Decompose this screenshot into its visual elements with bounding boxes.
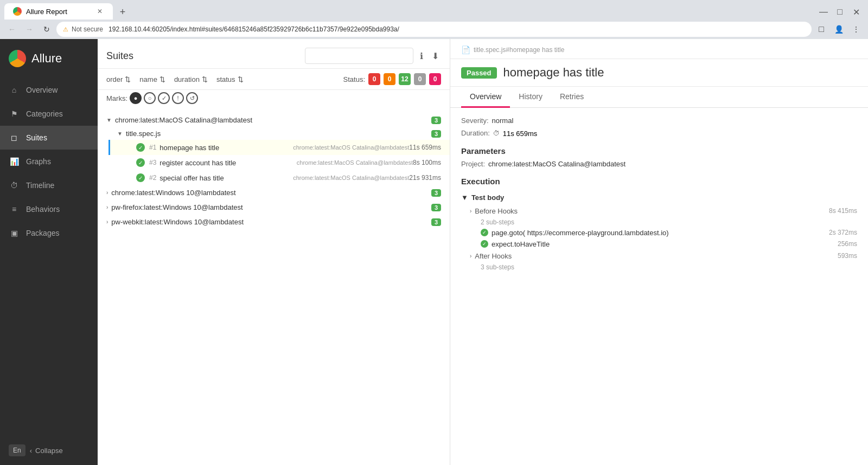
tab-history[interactable]: History — [510, 87, 551, 108]
sidebar-item-behaviors[interactable]: ≡ Behaviors — [0, 197, 98, 221]
browser-chrome: Allure Report ✕ + — □ ✕ ← → ↻ ⚠ Not secu… — [0, 0, 868, 39]
test-name: special offer has title — [159, 174, 289, 182]
name-filter[interactable]: name ⇅ — [139, 75, 165, 83]
detail-panel: 📄 title.spec.js#homepage has title Passe… — [450, 39, 868, 465]
order-filter[interactable]: order ⇅ — [106, 75, 131, 83]
status-filter-col[interactable]: status ⇅ — [216, 75, 244, 83]
sidebar-navigation: ⌂ Overview ⚑ Categories ◻ Suites 📊 Graph… — [0, 78, 98, 436]
sort-icon: ⇅ — [125, 75, 131, 83]
browser-tab-active[interactable]: Allure Report ✕ — [4, 3, 113, 20]
tab-retries[interactable]: Retries — [551, 87, 592, 108]
mark-icon-2[interactable]: ○ — [144, 92, 156, 104]
step-item-goto: ✓ page.goto( https://ecommerce-playgroun… — [470, 227, 857, 238]
spec-group-title-spec: ▼ title.spec.js 3 ✓ #1 homepage has titl… — [98, 127, 450, 185]
allure-favicon — [13, 7, 22, 16]
suite-group-header-webkit[interactable]: › pw-webkit:latest:Windows 10@lambdatest… — [98, 215, 450, 229]
suite-group-firefox: › pw-firefox:latest:Windows 10@lambdates… — [98, 200, 450, 215]
sidebar-footer: En ‹ Collapse — [0, 436, 98, 465]
chevron-right-icon: › — [106, 190, 108, 196]
test-item-register[interactable]: ✓ #3 register account has title chrome:l… — [108, 155, 450, 170]
tab-overview-label: Overview — [470, 92, 501, 101]
menu-button[interactable]: ⋮ — [848, 22, 864, 37]
sidebar-item-suites[interactable]: ◻ Suites — [0, 126, 98, 150]
test-num: #1 — [149, 144, 156, 151]
status-badge-skipped[interactable]: 0 — [414, 73, 426, 85]
detail-tabs: Overview History Retries — [450, 87, 868, 108]
suite-count-badge: 3 — [431, 204, 441, 211]
step-group: › Before Hooks 8s 415ms 2 sub-steps ✓ pa… — [470, 205, 857, 272]
sidebar-item-timeline[interactable]: ⏱ Timeline — [0, 173, 98, 197]
duration-filter[interactable]: duration ⇅ — [174, 75, 208, 83]
suite-group-name: chrome:latest:Windows 10@lambdatest — [111, 189, 235, 197]
reload-button[interactable]: ↻ — [39, 22, 54, 37]
status-filter-label: Status: — [343, 75, 365, 83]
chevron-down-icon: ▼ — [461, 193, 468, 202]
test-body-label: Test body — [471, 193, 504, 202]
app: Allure ⌂ Overview ⚑ Categories ◻ Suites … — [0, 39, 868, 465]
sidebar-item-categories[interactable]: ⚑ Categories — [0, 102, 98, 126]
mark-icon-3[interactable]: ✓ — [158, 92, 170, 104]
chevron-right-icon: › — [106, 219, 108, 225]
step-item-name: page.goto( https://ecommerce-playground.… — [492, 229, 826, 237]
minimize-button[interactable]: — — [816, 4, 831, 20]
step-item-duration: 2s 372ms — [829, 229, 857, 236]
suite-count-badge: 3 — [431, 117, 441, 124]
sort-icon: ⇅ — [202, 75, 208, 83]
before-hooks-header[interactable]: › Before Hooks 8s 415ms — [470, 205, 857, 217]
test-project: chrome:latest:MacOS Catalina@lambdatest — [293, 144, 409, 151]
flag-icon: ⚑ — [9, 108, 20, 119]
suite-group-webkit: › pw-webkit:latest:Windows 10@lambdatest… — [98, 215, 450, 229]
breadcrumb-text: title.spec.js#homepage has title — [474, 46, 564, 54]
status-badge-failed[interactable]: 0 — [368, 73, 380, 85]
step-pass-icon: ✓ — [481, 229, 488, 236]
suite-group-header-chrome-macos[interactable]: ▼ chrome:latest:MacOS Catalina@lambdates… — [98, 113, 450, 127]
close-button[interactable]: ✕ — [848, 4, 864, 20]
download-button[interactable]: ⬇ — [430, 49, 441, 63]
sidebar: Allure ⌂ Overview ⚑ Categories ◻ Suites … — [0, 39, 98, 465]
info-button[interactable]: ℹ — [418, 49, 425, 63]
not-secure-label: Not secure — [72, 25, 103, 33]
suites-panel: Suites ℹ ⬇ order ⇅ name ⇅ duration — [98, 39, 450, 465]
test-body-header[interactable]: ▼ Test body — [461, 190, 857, 205]
new-tab-button[interactable]: + — [115, 4, 130, 20]
status-badge-passed[interactable]: 12 — [399, 73, 411, 85]
suites-toolbar: ℹ ⬇ — [305, 48, 441, 64]
status-filter: Status: 0 0 12 0 0 — [343, 73, 441, 85]
pass-icon: ✓ — [136, 158, 145, 167]
sidebar-item-label: Behaviors — [26, 205, 60, 214]
suite-group-name: chrome:latest:MacOS Catalina@lambdatest — [115, 116, 252, 124]
restore-button[interactable]: □ — [832, 4, 847, 20]
sidebar-item-graphs[interactable]: 📊 Graphs — [0, 150, 98, 173]
mark-icon-1[interactable]: ● — [130, 92, 142, 104]
sidebar-item-overview[interactable]: ⌂ Overview — [0, 78, 98, 102]
marks-label: Marks: — [106, 94, 127, 102]
project-row: Project: chrome:latest:MacOS Catalina@la… — [461, 160, 857, 168]
status-badge-broken[interactable]: 0 — [384, 73, 395, 85]
tab-close-button[interactable]: ✕ — [95, 7, 104, 16]
profile-button[interactable]: 👤 — [831, 22, 846, 37]
severity-row: Severity: normal — [461, 117, 857, 125]
spec-header-title[interactable]: ▼ title.spec.js 3 — [108, 127, 450, 140]
test-item-homepage[interactable]: ✓ #1 homepage has title chrome:latest:Ma… — [108, 140, 450, 155]
test-item-special-offer[interactable]: ✓ #2 special offer has title chrome:late… — [108, 170, 450, 185]
suite-group-header-firefox[interactable]: › pw-firefox:latest:Windows 10@lambdates… — [98, 200, 450, 215]
mark-icon-4[interactable]: ! — [172, 92, 184, 104]
detail-body: Severity: normal Duration: ⏱ 11s 659ms P… — [450, 108, 868, 465]
allure-logo-icon — [9, 50, 26, 67]
search-input[interactable] — [305, 48, 413, 64]
after-hooks-header[interactable]: › After Hooks 593ms — [470, 250, 857, 262]
tab-history-label: History — [519, 92, 542, 101]
tab-overview[interactable]: Overview — [461, 87, 510, 108]
forward-button[interactable]: → — [22, 22, 37, 37]
language-button[interactable]: En — [9, 444, 25, 456]
mark-icon-5[interactable]: ↺ — [186, 92, 198, 104]
test-name: register account has title — [159, 159, 292, 167]
sidebar-item-packages[interactable]: ▣ Packages — [0, 221, 98, 245]
extensions-button[interactable]: □ — [814, 22, 829, 37]
address-bar[interactable]: ⚠ Not secure 192.168.10.44:60205/index.h… — [56, 22, 812, 37]
status-badge-unknown[interactable]: 0 — [429, 73, 441, 85]
back-button[interactable]: ← — [4, 22, 20, 37]
collapse-button[interactable]: ‹ Collapse — [30, 447, 63, 455]
spec-name: title.spec.js — [126, 130, 161, 138]
suite-group-header-chrome-windows[interactable]: › chrome:latest:Windows 10@lambdatest 3 — [98, 185, 450, 200]
